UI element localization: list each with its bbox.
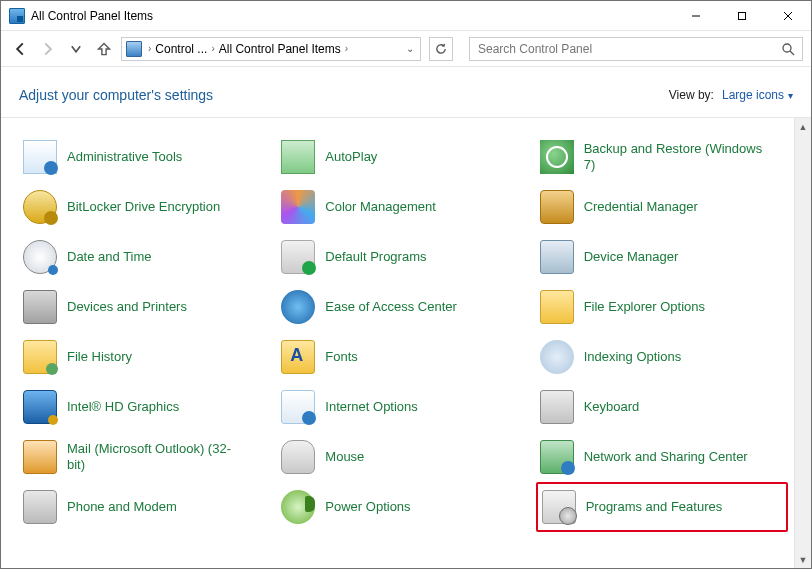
explorer-icon xyxy=(540,290,574,324)
maximize-button[interactable] xyxy=(719,1,765,31)
cp-item-keyboard[interactable]: Keyboard xyxy=(536,382,788,432)
cp-item-label: Administrative Tools xyxy=(67,149,182,165)
cp-item-label: Internet Options xyxy=(325,399,418,415)
cp-item-label: Programs and Features xyxy=(586,499,723,515)
autoplay-icon xyxy=(281,140,315,174)
cp-item-mouse[interactable]: Mouse xyxy=(277,432,529,482)
cp-item-default-programs[interactable]: Default Programs xyxy=(277,232,529,282)
breadcrumb-seg-2[interactable]: All Control Panel Items xyxy=(219,42,341,56)
device-icon xyxy=(540,240,574,274)
cp-item-network-and-sharing-center[interactable]: Network and Sharing Center xyxy=(536,432,788,482)
cp-item-file-history[interactable]: File History xyxy=(19,332,271,382)
programs-icon xyxy=(542,490,576,524)
control-panel-window: All Control Panel Items xyxy=(0,0,812,569)
bitlocker-icon xyxy=(23,190,57,224)
svg-line-5 xyxy=(790,51,794,55)
net-icon xyxy=(540,440,574,474)
backup-icon xyxy=(540,140,574,174)
cp-item-label: Default Programs xyxy=(325,249,426,265)
window-title: All Control Panel Items xyxy=(31,9,153,23)
cp-item-autoplay[interactable]: AutoPlay xyxy=(277,132,529,182)
cp-item-intel-hd-graphics[interactable]: Intel® HD Graphics xyxy=(19,382,271,432)
credential-icon xyxy=(540,190,574,224)
cp-item-phone-and-modem[interactable]: Phone and Modem xyxy=(19,482,271,532)
cp-item-administrative-tools[interactable]: Administrative Tools xyxy=(19,132,271,182)
cp-item-label: Color Management xyxy=(325,199,436,215)
ie-icon xyxy=(281,390,315,424)
search-icon xyxy=(780,41,796,57)
cp-item-label: Indexing Options xyxy=(584,349,682,365)
mail-icon xyxy=(23,440,57,474)
cp-item-indexing-options[interactable]: Indexing Options xyxy=(536,332,788,382)
cp-item-mail-microsoft-outlook-32-bit[interactable]: Mail (Microsoft Outlook) (32-bit) xyxy=(19,432,271,482)
cp-item-label: Power Options xyxy=(325,499,410,515)
cp-item-label: Fonts xyxy=(325,349,358,365)
breadcrumb[interactable]: › Control ... › All Control Panel Items … xyxy=(121,37,421,61)
back-button[interactable] xyxy=(9,38,31,60)
viewby-label: View by: xyxy=(669,88,714,102)
cp-item-label: Date and Time xyxy=(67,249,152,265)
fonts-icon xyxy=(281,340,315,374)
kbd-icon xyxy=(540,390,574,424)
scrollbar[interactable]: ▲ ▼ xyxy=(794,118,811,568)
cp-item-label: Ease of Access Center xyxy=(325,299,457,315)
cp-item-label: Device Manager xyxy=(584,249,679,265)
cp-item-label: Mouse xyxy=(325,449,364,465)
control-panel-mini-icon xyxy=(126,41,142,57)
cp-item-ease-of-access-center[interactable]: Ease of Access Center xyxy=(277,282,529,332)
datetime-icon xyxy=(23,240,57,274)
cp-item-credential-manager[interactable]: Credential Manager xyxy=(536,182,788,232)
cp-item-fonts[interactable]: Fonts xyxy=(277,332,529,382)
up-button[interactable] xyxy=(93,38,115,60)
admin-icon xyxy=(23,140,57,174)
cp-item-file-explorer-options[interactable]: File Explorer Options xyxy=(536,282,788,332)
body: Administrative ToolsAutoPlayBackup and R… xyxy=(1,118,811,568)
power-icon xyxy=(281,490,315,524)
cp-item-date-and-time[interactable]: Date and Time xyxy=(19,232,271,282)
cp-item-label: Phone and Modem xyxy=(67,499,177,515)
cp-item-label: Credential Manager xyxy=(584,199,698,215)
svg-point-4 xyxy=(783,44,791,52)
cp-item-power-options[interactable]: Power Options xyxy=(277,482,529,532)
cp-item-color-management[interactable]: Color Management xyxy=(277,182,529,232)
intel-icon xyxy=(23,390,57,424)
cp-item-devices-and-printers[interactable]: Devices and Printers xyxy=(19,282,271,332)
cp-item-label: Network and Sharing Center xyxy=(584,449,748,465)
header-row: Adjust your computer's settings View by:… xyxy=(1,67,811,117)
close-button[interactable] xyxy=(765,1,811,31)
viewby-dropdown[interactable]: Large icons▾ xyxy=(722,88,793,102)
cp-item-backup-and-restore-windows-7[interactable]: Backup and Restore (Windows 7) xyxy=(536,132,788,182)
cp-item-internet-options[interactable]: Internet Options xyxy=(277,382,529,432)
index-icon xyxy=(540,340,574,374)
color-icon xyxy=(281,190,315,224)
scroll-up-button[interactable]: ▲ xyxy=(795,118,811,135)
cp-item-label: File Explorer Options xyxy=(584,299,705,315)
scroll-down-button[interactable]: ▼ xyxy=(795,551,811,568)
cp-item-label: File History xyxy=(67,349,132,365)
titlebar: All Control Panel Items xyxy=(1,1,811,31)
search-box[interactable] xyxy=(469,37,803,61)
cp-item-device-manager[interactable]: Device Manager xyxy=(536,232,788,282)
ease-icon xyxy=(281,290,315,324)
cp-item-label: Mail (Microsoft Outlook) (32-bit) xyxy=(67,441,247,472)
window-buttons xyxy=(673,1,811,30)
svg-rect-1 xyxy=(739,12,746,19)
page-heading: Adjust your computer's settings xyxy=(19,87,213,103)
phone-icon xyxy=(23,490,57,524)
address-expand-icon[interactable]: ⌄ xyxy=(406,43,416,54)
cp-item-programs-and-features[interactable]: Programs and Features xyxy=(536,482,788,532)
cp-item-label: Devices and Printers xyxy=(67,299,187,315)
forward-button[interactable] xyxy=(37,38,59,60)
mouse-icon xyxy=(281,440,315,474)
cp-item-bitlocker-drive-encryption[interactable]: BitLocker Drive Encryption xyxy=(19,182,271,232)
control-panel-icon xyxy=(9,8,25,24)
refresh-button[interactable] xyxy=(429,37,453,61)
breadcrumb-seg-1[interactable]: Control ... xyxy=(155,42,207,56)
recent-dropdown[interactable] xyxy=(65,38,87,60)
cp-item-label: Backup and Restore (Windows 7) xyxy=(584,141,764,172)
search-input[interactable] xyxy=(476,41,780,57)
cp-item-label: BitLocker Drive Encryption xyxy=(67,199,220,215)
chevron-right-icon: › xyxy=(209,43,216,54)
minimize-button[interactable] xyxy=(673,1,719,31)
viewby-value: Large icons xyxy=(722,88,784,102)
